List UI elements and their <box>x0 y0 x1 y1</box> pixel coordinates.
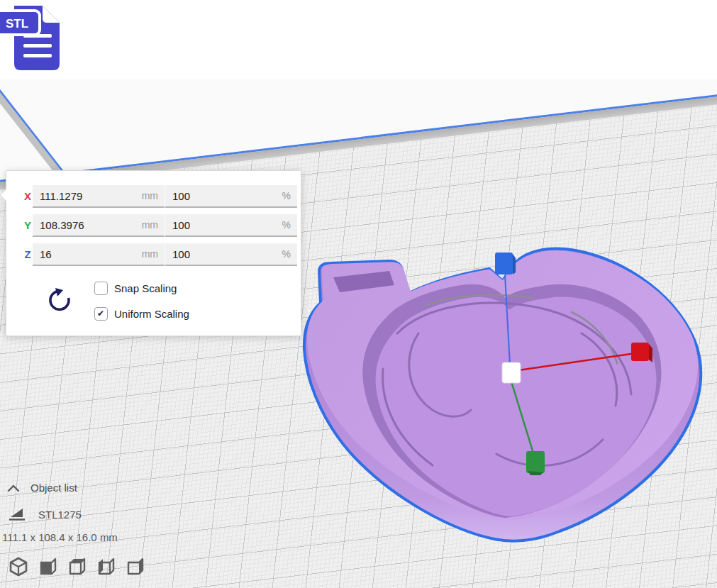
x-size-field: mm <box>33 185 165 208</box>
view-top-icon <box>67 557 87 577</box>
view-front-button[interactable] <box>38 557 57 577</box>
scale-tool-panel: X mm % Y mm % Z mm % <box>6 170 301 336</box>
snap-scaling-label: Snap Scaling <box>114 282 177 294</box>
x-percent-input[interactable] <box>165 185 297 206</box>
snap-scaling-row: Snap Scaling <box>94 281 177 295</box>
z-axis-handle[interactable] <box>495 253 516 274</box>
selected-model-dimensions: 111.1 x 108.4 x 16.0 mm <box>2 531 118 543</box>
view-right-icon <box>125 557 145 577</box>
chevron-up-icon <box>7 484 20 492</box>
snap-scaling-checkbox[interactable] <box>94 282 108 295</box>
x-axis-handle[interactable] <box>631 343 652 362</box>
view-3d-button[interactable] <box>9 557 28 577</box>
y-percent-field: % <box>165 214 297 237</box>
uniform-scaling-row: Uniform Scaling <box>94 306 189 321</box>
view-top-button[interactable] <box>67 557 87 577</box>
camera-view-toolbar <box>9 557 145 577</box>
y-axis-handle[interactable] <box>526 451 545 475</box>
z-percent-field: % <box>165 243 297 266</box>
y-size-field: mm <box>33 214 165 237</box>
object-list-title: Object list <box>30 482 77 494</box>
z-size-field: mm <box>33 243 165 266</box>
x-percent-field: % <box>165 185 297 208</box>
view-front-icon <box>38 557 57 577</box>
y-percent-input[interactable] <box>165 214 297 235</box>
model-heart-mold[interactable] <box>304 248 701 540</box>
object-item-name: STL1275 <box>38 509 82 521</box>
stl-file-icon: STL <box>0 1 65 72</box>
object-list-header[interactable]: Object list <box>7 482 77 494</box>
object-list-item[interactable]: STL1275 <box>9 506 82 522</box>
scale-row-z: Z mm % <box>6 243 301 266</box>
center-handle[interactable] <box>502 362 521 383</box>
uniform-scaling-label: Uniform Scaling <box>114 308 189 320</box>
view-3d-icon <box>9 557 28 577</box>
x-size-input[interactable] <box>33 185 165 206</box>
scale-row-x: X mm % <box>6 185 301 208</box>
view-right-button[interactable] <box>125 557 145 577</box>
view-left-icon <box>96 557 116 577</box>
object-mesh-icon <box>9 506 26 522</box>
uniform-scaling-checkbox[interactable] <box>94 307 108 321</box>
view-left-button[interactable] <box>96 557 116 577</box>
file-text-lines <box>23 34 52 57</box>
reset-icon <box>47 287 72 314</box>
z-percent-input[interactable] <box>165 243 297 265</box>
stl-badge-label: STL <box>6 17 28 30</box>
axis-y-label: Y <box>22 219 33 231</box>
axis-x-label: X <box>22 190 33 202</box>
reset-scale-button[interactable] <box>45 287 74 316</box>
y-size-input[interactable] <box>33 214 165 235</box>
z-size-input[interactable] <box>33 243 165 265</box>
file-fold <box>43 6 60 23</box>
scale-row-y: Y mm % <box>6 214 301 237</box>
axis-z-label: Z <box>22 248 33 260</box>
